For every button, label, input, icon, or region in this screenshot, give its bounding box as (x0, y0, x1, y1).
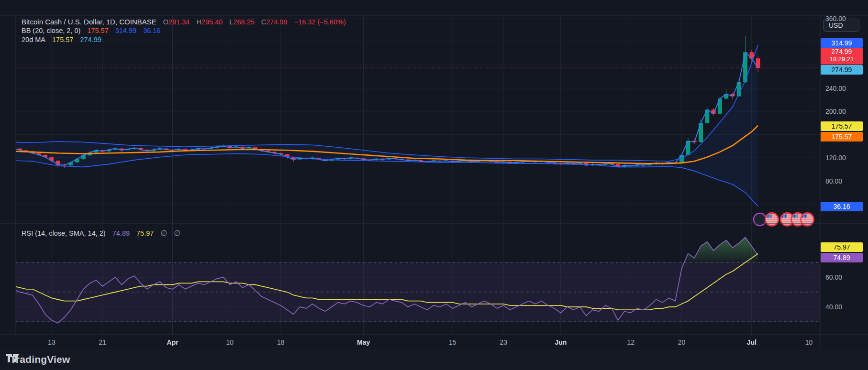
time-axis-label: 12 (627, 338, 634, 346)
main-legend: Bitcoin Cash / U.S. Dollar, 1D, COINBASE… (22, 17, 346, 44)
close-price-badge: 274.99 (821, 65, 863, 75)
open-label: O (163, 18, 168, 26)
time-axis-label: 10 (226, 338, 234, 346)
tradingview-logo-link[interactable]: TradingView (6, 354, 70, 365)
last-price-badge: 274.99 18:29:21 (821, 48, 863, 65)
event-icon-other (754, 213, 766, 226)
event-icon-us-flag (801, 213, 813, 226)
rsi-axis-label: 60.00 (825, 273, 842, 281)
change-value: −16.32 (−5.60%) (294, 18, 346, 26)
close-label: C (261, 18, 266, 26)
bb-basis-value: 175.57 (87, 27, 108, 34)
rsi-empty-icon-2: ∅ (174, 229, 180, 237)
bb-label: BB (20, close, 2, 0) (22, 27, 80, 34)
time-axis-label: 13 (48, 338, 56, 346)
rsi-empty-icon-1: ∅ (160, 229, 167, 237)
symbol-title: Bitcoin Cash / U.S. Dollar, 1D, COINBASE (22, 18, 156, 26)
time-axis-label: 15 (449, 338, 456, 346)
time-axis-label: Jul (747, 338, 757, 346)
ma-label: 20d MA (22, 36, 45, 44)
tradingview-published-chart: writersmfd2i published on TradingView.co… (0, 0, 868, 370)
ma-close-value: 274.99 (80, 36, 101, 44)
bb-upper-badge: 314.99 (821, 38, 863, 48)
time-axis-label: 18 (277, 338, 285, 346)
price-axis-label: 80.00 (825, 177, 842, 185)
footer: TradingView (0, 350, 868, 370)
time-axis-label: 21 (99, 338, 107, 346)
rsi-ma-value: 75.97 (136, 229, 154, 237)
rsi-legend: RSI (14, close, SMA, 14, 2) 74.89 75.97 … (22, 229, 180, 238)
price-axis[interactable]: USD 360.00240.00200.00120.0080.0060.0040… (821, 16, 868, 335)
bb-lower-value: 36.16 (143, 27, 160, 34)
ma-badge: 175.57 (821, 121, 863, 131)
low-value: 268.25 (233, 18, 254, 26)
event-icon-us-flag (765, 213, 778, 226)
price-axis-label: 200.00 (825, 108, 846, 115)
time-axis-label: 10 (805, 338, 813, 346)
time-axis-label: Apr (167, 338, 178, 346)
event-flags[interactable] (754, 213, 814, 226)
ma-value: 175.57 (52, 36, 73, 44)
price-chart-canvas[interactable] (0, 0, 868, 370)
tradingview-logo-icon (6, 354, 20, 363)
bb-lower-badge: 36.16 (821, 202, 863, 211)
rsi-value: 74.89 (112, 229, 130, 237)
high-label: H (196, 18, 201, 26)
bb-basis-badge: 175.57 (821, 132, 863, 141)
price-axis-label: 240.00 (825, 85, 846, 92)
close-value: 274.99 (266, 18, 287, 26)
price-axis-label: 120.00 (825, 154, 846, 162)
rsi-badge: 74.89 (821, 253, 863, 262)
rsi-ma-badge: 75.97 (821, 242, 863, 252)
time-axis-label: 20 (678, 338, 686, 346)
time-axis-label: Jun (555, 338, 567, 346)
rsi-axis-label: 40.00 (825, 303, 842, 311)
high-value: 295.40 (201, 18, 223, 26)
open-value: 291.34 (168, 18, 189, 26)
bb-upper-value: 314.99 (115, 27, 136, 34)
time-axis-label: May (357, 338, 370, 346)
time-axis[interactable]: 1321Apr1018May1523Jun1220Jul10 (0, 335, 820, 350)
bar-countdown: 18:29:21 (821, 55, 863, 63)
time-axis-label: 23 (500, 338, 507, 346)
rsi-label: RSI (14, close, SMA, 14, 2) (22, 229, 106, 237)
last-price-value: 274.99 (832, 48, 852, 55)
price-axis-label: 360.00 (825, 16, 846, 22)
